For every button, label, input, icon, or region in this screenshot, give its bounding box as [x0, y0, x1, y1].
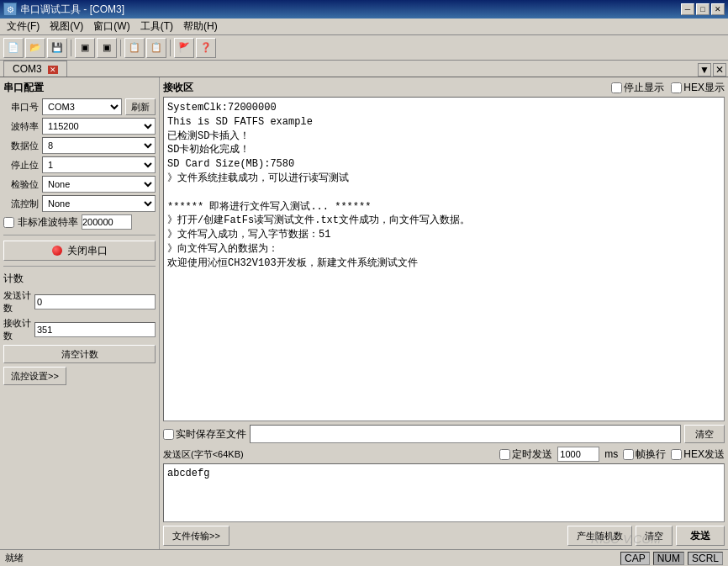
toolbar-open[interactable]: 📂: [25, 38, 45, 58]
nonstandard-baud-label: 非标准波特率: [18, 215, 78, 230]
receive-header: 接收区 停止显示 HEX显示: [163, 81, 725, 95]
num-indicator: NUM: [653, 552, 684, 565]
minimize-button[interactable]: ─: [681, 3, 694, 15]
baud-label: 波特率: [3, 120, 39, 133]
close-port-button[interactable]: 关闭串口: [3, 241, 156, 261]
app-icon: ⚙: [3, 3, 17, 16]
hex-display-checkbox[interactable]: [671, 82, 682, 93]
flow-settings-button[interactable]: 流控设置>>: [3, 367, 66, 385]
send-header: 发送区(字节<64KB) 定时发送 ms 帧换行 HEX发送: [163, 447, 725, 462]
divider2: [3, 266, 156, 267]
tab-bar: COM3 ✕ ▼ ✕: [0, 61, 728, 77]
tab-dropdown[interactable]: ▼: [698, 63, 711, 77]
send-options: 定时发送 ms 帧换行 HEX发送: [499, 447, 725, 462]
stopbits-row: 停止位 1: [3, 156, 156, 173]
databits-label: 数据位: [3, 140, 39, 152]
receive-title: 接收区: [163, 81, 611, 95]
toolbar-sep1: [71, 40, 71, 56]
receive-options: 停止显示 HEX显示: [611, 81, 725, 95]
refresh-button[interactable]: 刷新: [125, 98, 156, 115]
status-indicators: CAP NUM SCRL: [620, 552, 723, 565]
toolbar-help[interactable]: ❓: [196, 38, 216, 58]
clear-receive-button[interactable]: 清空: [684, 425, 725, 443]
count-section-label: 计数: [3, 272, 24, 284]
send-count-label: 发送计数: [3, 289, 31, 315]
section-title: 串口配置: [3, 81, 156, 95]
send-area-title: 发送区(字节<64KB): [163, 448, 244, 461]
status-text: 就绪: [5, 552, 24, 564]
hex-send-option[interactable]: HEX发送: [671, 447, 725, 462]
menu-help[interactable]: 帮助(H): [178, 19, 223, 35]
watermark: RISC-V.COM: [591, 532, 661, 546]
toolbar-btn4[interactable]: ▣: [75, 38, 95, 58]
stop-display-checkbox[interactable]: [611, 82, 622, 93]
stop-display-label: 停止显示: [624, 81, 664, 95]
baud-row: 波特率 115200: [3, 118, 156, 135]
flow-select[interactable]: None: [42, 195, 156, 212]
scrl-indicator: SCRL: [688, 552, 723, 565]
toolbar-btn5[interactable]: ▣: [97, 38, 117, 58]
toolbar-new[interactable]: 📄: [3, 38, 24, 58]
tab-label: COM3: [13, 63, 42, 75]
port-row: 串口号 COM3 刷新: [3, 98, 156, 115]
file-transfer-button[interactable]: 文件传输>>: [163, 526, 229, 546]
toolbar-flag[interactable]: 🚩: [174, 38, 194, 58]
hex-send-label: HEX发送: [683, 447, 725, 462]
window-controls: ─ □ ✕: [681, 3, 725, 15]
nonstandard-baud-input[interactable]: 200000: [82, 214, 132, 230]
menu-file[interactable]: 文件(F): [2, 19, 45, 35]
toolbar-save[interactable]: 💾: [47, 38, 67, 58]
red-indicator: [52, 246, 62, 256]
frame-send-checkbox[interactable]: [623, 449, 634, 460]
send-count-input[interactable]: 0: [34, 294, 156, 309]
tab-com3[interactable]: COM3 ✕: [3, 61, 67, 77]
send-button[interactable]: 发送: [676, 526, 725, 546]
cap-indicator: CAP: [620, 552, 650, 565]
hex-send-checkbox[interactable]: [671, 449, 682, 460]
save-file-checkbox[interactable]: [163, 429, 174, 440]
main-container: 串口配置 串口号 COM3 刷新 波特率 115200 数据位 8 停止位 1: [0, 77, 728, 549]
menu-view[interactable]: 视图(V): [45, 19, 88, 35]
menu-tools[interactable]: 工具(T): [135, 19, 178, 35]
tab-pin[interactable]: ✕: [713, 63, 726, 77]
close-button[interactable]: ✕: [711, 3, 725, 15]
save-file-path[interactable]: [250, 425, 681, 443]
stopbits-label: 停止位: [3, 159, 39, 172]
frame-send-option[interactable]: 帧换行: [623, 447, 666, 462]
window-title: 串口调试工具 - [COM3]: [20, 3, 124, 17]
recv-count-input[interactable]: 351: [34, 322, 156, 337]
nonstandard-baud-checkbox[interactable]: [3, 217, 14, 228]
left-panel: 串口配置 串口号 COM3 刷新 波特率 115200 数据位 8 停止位 1: [0, 77, 160, 549]
save-file-option[interactable]: 实时保存至文件: [163, 427, 246, 442]
recv-count-row: 接收计数 351: [3, 317, 156, 342]
right-panel: 接收区 停止显示 HEX显示 SystemClk:72000000 This i…: [160, 77, 728, 549]
toolbar-btn6[interactable]: 📋: [124, 38, 145, 58]
stopbits-select[interactable]: 1: [42, 156, 156, 173]
maximize-button[interactable]: □: [696, 3, 710, 15]
hex-display-option[interactable]: HEX显示: [671, 81, 725, 95]
databits-select[interactable]: 8: [42, 137, 156, 154]
divider1: [3, 235, 156, 235]
send-area[interactable]: abcdefg: [163, 463, 725, 522]
receive-area[interactable]: SystemClk:72000000 This is SD FATFS exam…: [163, 97, 725, 421]
baud-select[interactable]: 115200: [42, 118, 156, 135]
flow-label: 流控制: [3, 198, 39, 210]
toolbar-btn7[interactable]: 📋: [146, 38, 166, 58]
menu-window[interactable]: 窗口(W): [88, 19, 135, 35]
stop-display-option[interactable]: 停止显示: [611, 81, 664, 95]
save-row: 实时保存至文件 清空: [163, 425, 725, 443]
databits-row: 数据位 8: [3, 137, 156, 154]
tab-close-button[interactable]: ✕: [48, 66, 58, 74]
timed-send-option[interactable]: 定时发送: [499, 447, 552, 462]
title-bar: ⚙ 串口调试工具 - [COM3] ─ □ ✕: [0, 0, 728, 19]
parity-label: 检验位: [3, 178, 39, 191]
clear-count-button[interactable]: 清空计数: [3, 345, 156, 363]
timed-send-value[interactable]: [557, 447, 599, 462]
timed-send-checkbox[interactable]: [499, 449, 510, 460]
port-select[interactable]: COM3: [42, 98, 122, 115]
parity-select[interactable]: None: [42, 176, 156, 193]
status-bar: 就绪 CAP NUM SCRL: [0, 549, 728, 566]
save-file-label: 实时保存至文件: [176, 427, 246, 442]
frame-send-label: 帧换行: [636, 447, 666, 462]
toolbar-sep2: [120, 40, 121, 56]
